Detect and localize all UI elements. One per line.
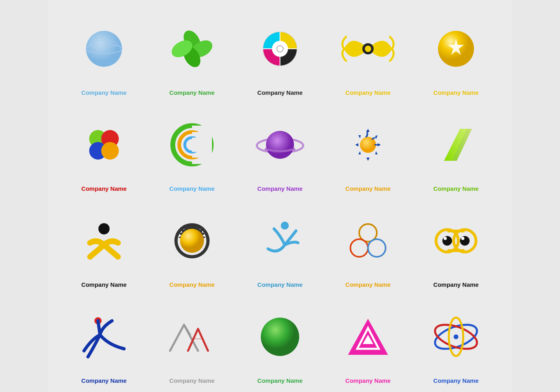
company-label-6: Company Name: [81, 185, 126, 192]
company-label-3: Company Name: [257, 89, 302, 96]
svg-point-46: [281, 222, 289, 230]
company-label-13: Company Name: [257, 281, 302, 288]
logo-icon-18: [240, 300, 320, 373]
svg-marker-32: [375, 135, 378, 139]
logo-cell-10[interactable]: Company Name: [412, 104, 500, 200]
logo-cell-13[interactable]: Company Name: [236, 200, 324, 296]
svg-point-48: [350, 239, 368, 257]
svg-point-45: [180, 229, 204, 253]
svg-marker-35: [366, 158, 370, 161]
logo-cell-5[interactable]: Company Name: [412, 8, 500, 104]
company-label-1: Company Name: [81, 89, 126, 96]
logo-cell-2[interactable]: Company Name: [148, 8, 236, 104]
logo-cell-15[interactable]: Company Name: [412, 200, 500, 296]
svg-point-30: [360, 137, 376, 153]
svg-point-8: [272, 41, 288, 57]
svg-rect-27: [192, 138, 204, 152]
logo-cell-18[interactable]: Company Name: [236, 296, 324, 392]
logo-grid: Company Name Company Name: [48, 0, 512, 392]
company-label-7: Company Name: [169, 185, 214, 192]
logo-cell-12[interactable]: Company Name: [148, 200, 236, 296]
svg-point-56: [444, 237, 447, 240]
svg-point-0: [86, 31, 122, 67]
logo-icon-19: [328, 300, 408, 373]
logo-icon-16: [64, 300, 144, 373]
logo-icon-8: [240, 108, 320, 181]
logo-icon-2: [152, 12, 232, 85]
logo-icon-20: [416, 300, 496, 373]
company-label-10: Company Name: [433, 185, 478, 192]
company-label-9: Company Name: [345, 185, 390, 192]
company-label-16: Company Name: [81, 377, 126, 384]
company-label-17: Company Name: [169, 377, 214, 384]
company-label-19: Company Name: [345, 377, 390, 384]
svg-rect-52: [447, 230, 465, 232]
logo-icon-7: [152, 108, 232, 181]
svg-point-57: [461, 237, 464, 240]
logo-cell-9[interactable]: Company Name: [324, 104, 412, 200]
logo-icon-3: [240, 12, 320, 85]
logo-icon-15: [416, 204, 496, 277]
logo-icon-11: [64, 204, 144, 277]
logo-cell-14[interactable]: Company Name: [324, 200, 412, 296]
company-label-4: Company Name: [345, 89, 390, 96]
company-label-12: Company Name: [169, 281, 214, 288]
logo-cell-20[interactable]: Company Name: [412, 296, 500, 392]
logo-icon-10: [416, 108, 496, 181]
logo-icon-6: [64, 108, 144, 181]
svg-marker-38: [358, 135, 361, 138]
svg-marker-36: [358, 151, 361, 154]
svg-point-41: [98, 223, 110, 234]
svg-point-49: [368, 239, 386, 257]
logo-cell-4[interactable]: Company Name: [324, 8, 412, 104]
company-label-15: Company Name: [433, 281, 478, 288]
company-label-2: Company Name: [169, 89, 214, 96]
svg-marker-33: [378, 143, 381, 146]
svg-rect-53: [447, 249, 465, 252]
logo-icon-1: [64, 12, 144, 85]
logo-cell-6[interactable]: Company Name: [60, 104, 148, 200]
logo-icon-13: [240, 204, 320, 277]
svg-marker-34: [375, 151, 378, 154]
logo-cell-19[interactable]: Company Name: [324, 296, 412, 392]
svg-point-21: [101, 142, 119, 160]
logo-cell-17[interactable]: Company Name: [148, 296, 236, 392]
logo-icon-12: [152, 204, 232, 277]
logo-icon-5: [416, 12, 496, 85]
company-label-11: Company Name: [81, 281, 126, 288]
company-label-18: Company Name: [257, 377, 302, 384]
svg-point-55: [460, 236, 470, 246]
svg-point-60: [261, 318, 299, 356]
company-label-5: Company Name: [433, 89, 478, 96]
logo-cell-11[interactable]: Company Name: [60, 200, 148, 296]
logo-cell-8[interactable]: Company Name: [236, 104, 324, 200]
logo-icon-14: [328, 204, 408, 277]
logo-icon-17: [152, 300, 232, 373]
svg-point-15: [365, 46, 371, 52]
svg-point-54: [442, 236, 452, 246]
logo-cell-3[interactable]: Company Name: [236, 8, 324, 104]
logo-cell-16[interactable]: Company Name: [60, 296, 148, 392]
logo-icon-9: [328, 108, 408, 181]
logo-cell-7[interactable]: Company Name: [148, 104, 236, 200]
company-label-8: Company Name: [257, 185, 302, 192]
company-label-14: Company Name: [345, 281, 390, 288]
svg-marker-37: [355, 143, 358, 146]
svg-point-67: [454, 334, 458, 339]
company-label-20: Company Name: [433, 377, 478, 384]
svg-point-29: [266, 131, 294, 159]
logo-icon-4: [328, 12, 408, 85]
logo-cell-1[interactable]: Company Name: [60, 8, 148, 104]
